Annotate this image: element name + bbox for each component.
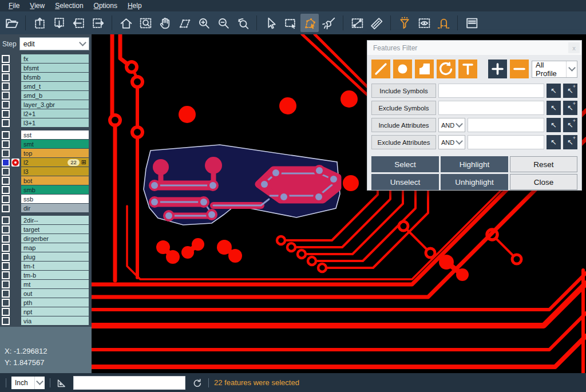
menu-view[interactable]: View xyxy=(25,1,50,10)
layer-checkbox[interactable] xyxy=(2,82,10,90)
text-type-button[interactable] xyxy=(458,60,477,78)
exclude-attributes-button[interactable]: Exclude Attributes xyxy=(371,135,436,149)
layer-checkbox[interactable] xyxy=(2,110,10,118)
brush-button[interactable] xyxy=(320,14,338,32)
pick-attribute-button[interactable]: ↖ xyxy=(547,135,561,149)
layer-row-out[interactable]: out xyxy=(2,289,89,298)
pad-type-button[interactable] xyxy=(393,60,412,78)
layer-row-smd_t[interactable]: smd_t xyxy=(2,82,89,90)
layer-row-bfsmt[interactable]: bfsmt xyxy=(2,64,89,72)
home-view-button[interactable] xyxy=(117,14,135,32)
layer-checkbox[interactable] xyxy=(2,244,10,252)
pick-add-symbol-button[interactable]: ↖+ xyxy=(563,84,577,98)
layer-checkbox[interactable] xyxy=(2,299,10,307)
layer-name[interactable]: mt xyxy=(21,280,89,288)
snap-button[interactable] xyxy=(434,14,453,32)
move-left-button[interactable] xyxy=(69,14,88,32)
move-right-button[interactable] xyxy=(89,14,107,32)
include-symbols-input[interactable] xyxy=(438,84,544,98)
layer-row-top[interactable]: top xyxy=(2,149,89,157)
include-attributes-button[interactable]: Include Attributes xyxy=(371,118,436,132)
layer-name[interactable]: l3 xyxy=(21,167,89,176)
command-input[interactable] xyxy=(73,376,185,390)
units-select[interactable]: Inch xyxy=(11,377,45,389)
move-up-button[interactable] xyxy=(30,14,49,32)
layer-checkbox[interactable] xyxy=(2,140,10,148)
layer-checkbox[interactable] xyxy=(2,271,10,279)
layer-checkbox[interactable] xyxy=(2,280,10,288)
layer-name[interactable]: bot xyxy=(21,176,89,185)
features-filter-button[interactable] xyxy=(395,14,414,32)
layer-row-pth[interactable]: pth xyxy=(2,298,89,307)
layer-name[interactable]: smb xyxy=(21,185,89,194)
unhighlight-button[interactable]: Unhighlight xyxy=(441,174,508,190)
layer-name[interactable]: fx xyxy=(21,54,89,63)
line-type-button[interactable] xyxy=(371,60,390,78)
layer-checkbox[interactable] xyxy=(2,225,10,233)
layer-row-mt[interactable]: mt xyxy=(2,280,89,288)
layer-name[interactable]: dirgerber xyxy=(21,234,89,243)
pick-symbol-button[interactable]: ↖ xyxy=(547,101,561,115)
layer-name[interactable]: l2+1 xyxy=(21,109,89,118)
surface-type-button[interactable] xyxy=(415,60,434,78)
select-pointer-button[interactable] xyxy=(262,14,280,32)
arc-type-button[interactable] xyxy=(437,60,456,78)
include-attributes-and-select[interactable]: AND xyxy=(438,118,465,132)
select-button[interactable]: Select xyxy=(371,156,439,172)
layer-checkbox[interactable] xyxy=(2,308,10,316)
layer-checkbox[interactable] xyxy=(2,119,10,127)
layer-checkbox[interactable] xyxy=(2,101,10,109)
layer-name[interactable]: pth xyxy=(21,298,89,307)
layer-row-sst[interactable]: sst xyxy=(2,130,89,139)
layer-row-l3+1[interactable]: l3+1 xyxy=(2,118,89,127)
highlight-button[interactable]: Highlight xyxy=(441,156,508,172)
layer-row-fx[interactable]: fx xyxy=(2,54,89,63)
layer-checkbox[interactable] xyxy=(2,204,10,212)
layers-panel-button[interactable] xyxy=(462,14,481,32)
layer-checkbox[interactable] xyxy=(2,186,10,194)
layer-checkbox[interactable] xyxy=(2,149,10,157)
layer-checkbox[interactable] xyxy=(2,317,10,325)
layer-checkbox[interactable] xyxy=(2,73,10,81)
menu-file[interactable]: File xyxy=(3,1,25,10)
pick-attribute-button[interactable]: ↖ xyxy=(547,118,561,132)
exclude-symbols-button[interactable]: Exclude Symbols xyxy=(371,101,436,115)
layer-row-tm-b[interactable]: tm-b xyxy=(2,271,89,279)
layer-row-bot[interactable]: bot xyxy=(2,176,89,185)
layer-name[interactable]: sst xyxy=(21,130,89,139)
layer-checkbox[interactable] xyxy=(2,177,10,185)
layer-row-via[interactable]: via xyxy=(2,316,89,325)
layer-row-layer_3.gbr[interactable]: layer_3.gbr xyxy=(2,100,89,109)
layer-checkbox[interactable] xyxy=(2,168,10,176)
layer-name[interactable]: tm-t xyxy=(21,262,89,270)
layer-row-dir[interactable]: dir xyxy=(2,204,89,212)
layer-checkbox[interactable] xyxy=(2,55,10,63)
layer-checkbox[interactable] xyxy=(2,216,10,224)
layer-row-tm-t[interactable]: tm-t xyxy=(2,262,89,270)
layer-checkbox[interactable] xyxy=(2,159,10,167)
include-attributes-input[interactable] xyxy=(468,118,544,132)
layer-checkbox[interactable] xyxy=(2,235,10,243)
selection-region[interactable] xyxy=(144,145,340,225)
refresh-button[interactable] xyxy=(191,377,203,389)
exclude-attributes-input[interactable] xyxy=(468,135,544,149)
angle-tool-button[interactable] xyxy=(56,377,68,389)
layer-name[interactable]: smt xyxy=(21,140,89,148)
remove-filter-button[interactable] xyxy=(510,60,529,78)
layer-row-ssb[interactable]: ssb xyxy=(2,195,89,203)
dialog-close-button[interactable]: x xyxy=(568,42,580,53)
profile-select[interactable]: All Profile xyxy=(532,61,577,78)
include-symbols-button[interactable]: Include Symbols xyxy=(371,84,436,98)
layer-row-plug[interactable]: plug xyxy=(2,252,89,261)
zoom-out-button[interactable] xyxy=(214,14,232,32)
layer-name[interactable]: smd_t xyxy=(21,82,89,90)
dialog-titlebar[interactable]: Features Filter x xyxy=(367,41,581,55)
layer-row-bfsmb[interactable]: bfsmb xyxy=(2,73,89,81)
layer-row-npt[interactable]: npt xyxy=(2,307,89,316)
layer-checkbox[interactable] xyxy=(2,195,10,203)
pick-add-attribute-button[interactable]: ↖+ xyxy=(563,118,577,132)
close-button[interactable]: Close xyxy=(510,174,577,190)
layer-row-smb[interactable]: smb xyxy=(2,185,89,194)
layer-name[interactable]: bfsmb xyxy=(21,73,89,81)
layer-name[interactable]: out xyxy=(21,289,89,298)
